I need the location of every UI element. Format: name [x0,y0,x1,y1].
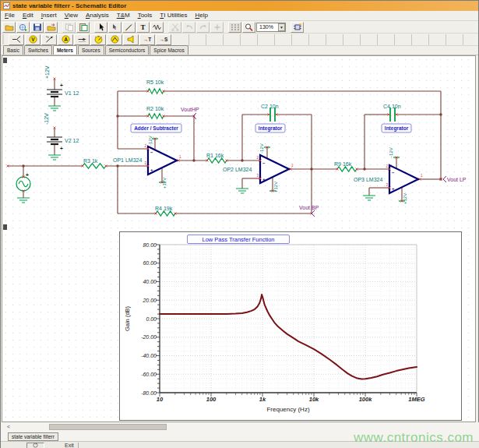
svg-text:+: + [392,186,395,191]
send-to-t-tool[interactable]: →T [139,34,155,45]
copy-button[interactable] [62,22,76,33]
toolbar-separator [224,22,227,33]
svg-text:+: + [26,172,29,178]
current-arrow-tool[interactable] [74,34,90,45]
zoom-tool-button[interactable] [242,22,255,33]
svg-text:2: 2 [144,144,146,148]
svg-text:3: 3 [386,183,388,187]
scroll-left-arrow-icon[interactable]: < [4,422,13,432]
svg-text:R5 10k: R5 10k [146,79,164,85]
svg-text:Integrator: Integrator [259,125,283,132]
svg-text:0.00: 0.00 [146,316,157,322]
speaker-tool[interactable] [123,34,139,45]
tab-sources[interactable]: Sources [78,45,104,55]
svg-text:+: + [262,177,266,182]
svg-text:1: 1 [421,174,423,178]
svg-text:Vout BP: Vout BP [299,205,319,210]
open-file-button[interactable] [2,22,16,33]
svg-text:+12V: +12V [273,182,278,192]
svg-text:1MEG: 1MEG [408,396,424,403]
schematic-editor-window: state variable filterr - Schematic Edito… [0,0,479,448]
grid-toggle-button[interactable] [228,22,241,33]
schematic-canvas[interactable]: −+−+−+R5 10kR2 10kR3 1kR4 19kR1 16kR9 16… [2,55,476,422]
svg-text:V2 12: V2 12 [65,138,79,143]
svg-text:1: 1 [179,155,181,159]
menu-ti-utilities[interactable]: TI Utilities [156,11,191,20]
menu-file[interactable]: File [1,11,19,20]
menu-view[interactable]: View [61,11,82,20]
zoom-level-value: 130% [259,24,273,30]
gain-curve [160,295,417,379]
last-component-button[interactable] [108,22,122,33]
component-tool-button[interactable] [150,22,164,33]
svg-text:2: 2 [256,156,259,160]
export-folder-button[interactable] [44,22,58,33]
voltage-arrow-tool[interactable] [41,34,57,45]
tab-switches[interactable]: Switches [24,45,52,55]
open-web-button[interactable] [16,22,30,33]
save-button[interactable] [30,22,44,33]
svg-text:V1 12: V1 12 [65,90,79,96]
tab-semiconductors[interactable]: Semiconductors [105,45,150,55]
svg-text:1k: 1k [259,396,266,403]
status-exit-label: Exit [65,443,74,448]
svg-text:-12V: -12V [259,143,264,153]
menu-edit[interactable]: Edit [19,11,37,20]
send-to-s-tool[interactable]: →S [156,34,171,45]
text-tool-button[interactable]: T [136,22,150,33]
pin-connections-button[interactable] [291,22,304,33]
menu-t-m[interactable]: T&M [113,11,134,20]
menu-tools[interactable]: Tools [134,11,157,20]
tab-spice-macros[interactable]: Spice Macros [150,45,188,55]
voltage-pin-tool[interactable] [9,34,24,45]
component-tabs: BasicSwitchesMetersSourcesSemiconductors… [1,46,478,55]
multimeter-tool[interactable] [90,34,106,45]
svg-text:+: + [150,168,153,172]
menu-help[interactable]: Help [191,11,211,20]
sheet-tab[interactable]: state variable filterr [8,432,58,441]
tab-basic[interactable]: Basic [3,45,23,55]
svg-text:+12V: +12V [403,193,407,204]
status-separator [78,443,79,448]
svg-text:Frequency (Hz): Frequency (Hz) [266,406,309,413]
add-button[interactable] [210,22,224,33]
draw-wire-button[interactable] [122,22,136,33]
svg-text:1: 1 [291,164,294,168]
toolbar-grip[interactable] [2,34,6,44]
watermark: www.cntronics.com [354,430,474,446]
title-bar[interactable]: state variable filterr - Schematic Edito… [1,1,478,11]
svg-text:R3 1k: R3 1k [83,158,98,164]
svg-text:VoutHP: VoutHP [181,107,199,112]
svg-text:10: 10 [157,396,164,403]
svg-text:100k: 100k [359,396,373,403]
svg-text:2: 2 [386,164,388,168]
main-toolbar: T 130% ▼ [1,21,478,34]
ammeter-tool[interactable]: A [58,34,73,45]
ohmmeter-tool[interactable] [107,34,122,45]
paste-button[interactable] [76,22,90,33]
svg-text:R4 19k: R4 19k [155,206,173,211]
svg-text:OP2 LM324: OP2 LM324 [223,167,252,172]
toolbar-separator [90,22,93,33]
svg-text:10k: 10k [309,396,319,403]
menu-analysis[interactable]: Analysis [82,11,113,20]
transfer-function-window[interactable]: 80.0060.0040.0020.000.00-20.00-40.00-60.… [119,231,462,421]
menu-insert[interactable]: Insert [37,11,61,20]
svg-text:−: − [262,161,266,166]
svg-text:Integrator: Integrator [385,125,409,132]
toolbar-separator [287,22,290,33]
svg-text:-40.00: -40.00 [141,353,157,358]
cut-button[interactable] [168,22,181,33]
svg-text:-12V: -12V [389,147,393,157]
tab-meters[interactable]: Meters [53,45,77,55]
svg-text:-12V: -12V [148,136,153,146]
chevron-down-icon[interactable]: ▼ [278,23,285,31]
svg-text:100: 100 [206,396,217,403]
redo-button[interactable] [196,22,210,33]
select-cursor-button[interactable] [94,22,107,33]
voltmeter-tool[interactable]: V [25,34,41,45]
scrollbar-thumb[interactable] [49,424,167,430]
undo-button[interactable] [182,22,195,33]
zoom-level-select[interactable]: 130% ▼ [256,23,286,32]
chart-title-box: Low Pass Transfer Function [187,235,290,244]
